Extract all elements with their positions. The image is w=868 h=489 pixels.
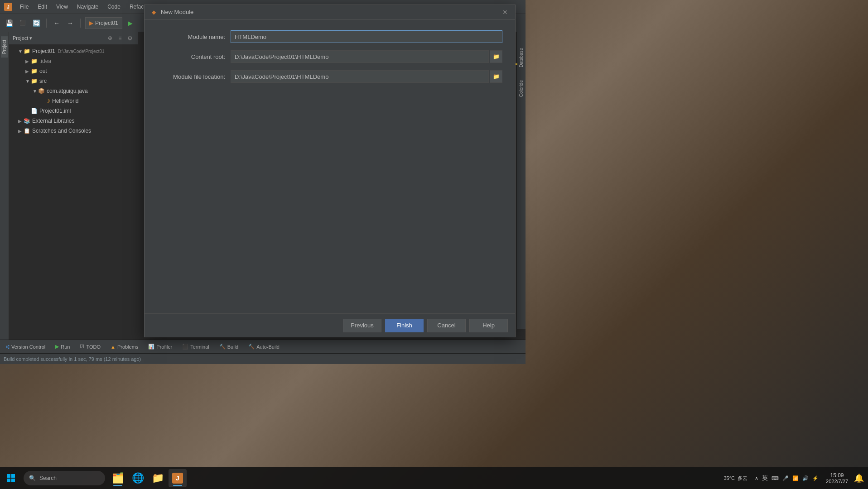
previous-button[interactable]: Previous xyxy=(343,319,381,332)
ime-icon[interactable]: 英 xyxy=(762,474,768,482)
locate-file-button[interactable]: ⊕ xyxy=(106,34,114,42)
taskbar-files[interactable]: 📁 xyxy=(149,469,167,487)
dialog-titlebar: ◆ New Module ✕ xyxy=(145,5,515,19)
search-icon: 🔍 xyxy=(29,475,36,481)
run-config-dropdown[interactable]: ▶ Project01 xyxy=(85,17,122,29)
tree-item-src[interactable]: ▼ 📁 src xyxy=(9,76,138,86)
project-tree: ▼ 📁 Project01 D:\JavaCode\Project01 ▶ 📁 … xyxy=(9,44,138,340)
module-name-label: Module name: xyxy=(157,34,225,40)
tree-item-scratches[interactable]: ▶ 📋 Scratches and Consoles xyxy=(9,126,138,136)
taskbar-explorer[interactable]: 🗂️ xyxy=(109,469,127,487)
svg-rect-4 xyxy=(7,479,10,482)
forward-button[interactable]: → xyxy=(65,18,76,29)
content-root-browse-button[interactable]: 📁 xyxy=(490,50,502,63)
project-panel-header: Project ▾ ⊕ ≡ ⚙ xyxy=(9,32,138,44)
menu-view[interactable]: View xyxy=(53,3,72,11)
bottom-tab-auto-build[interactable]: 🔨 Auto-Build xyxy=(244,341,284,353)
menu-edit[interactable]: Edit xyxy=(34,3,51,11)
taskbar-right: 35°C 多云 ∧ 英 ⌨ 🎤 📶 🔊 ⚡ 15:09 2022/7/27 🔔 xyxy=(720,469,868,487)
left-sidebar-tabs: Project xyxy=(0,32,9,340)
module-file-location-label: Module file location: xyxy=(157,73,225,80)
settings-button[interactable]: ⚙ xyxy=(126,34,134,42)
module-name-input-container xyxy=(231,30,502,43)
collapse-all-button[interactable]: ≡ xyxy=(116,34,124,42)
taskbar-search[interactable]: 🔍 Search xyxy=(24,471,105,485)
volume-icon: 🔊 xyxy=(802,475,809,481)
dialog-footer: Previous Finish Cancel Help xyxy=(145,313,515,337)
tree-item-iml[interactable]: ▶ 📄 Project01.iml xyxy=(9,106,138,116)
clock-time: 15:09 xyxy=(826,472,848,479)
menu-file[interactable]: File xyxy=(16,3,32,11)
notification-button[interactable]: 🔔 xyxy=(854,469,864,487)
project-dropdown[interactable]: Project ▾ xyxy=(13,35,32,41)
taskbar-idea[interactable]: J xyxy=(169,469,187,487)
taskbar-edge[interactable]: 🌐 xyxy=(129,469,147,487)
save-button[interactable]: 💾 xyxy=(4,18,14,29)
taskbar-clock[interactable]: 15:09 2022/7/27 xyxy=(822,471,852,485)
cancel-button[interactable]: Cancel xyxy=(427,319,466,332)
app-active-indicator xyxy=(113,485,122,486)
new-module-dialog: ◆ New Module ✕ Module name: Content root… xyxy=(144,5,516,337)
module-file-location-row: Module file location: D:\JavaCode\Projec… xyxy=(157,70,502,83)
bottom-tab-problems[interactable]: ▲ Problems xyxy=(106,341,143,353)
content-root-row: Content root: D:\JavaCode\Project01\HTML… xyxy=(157,50,502,63)
tree-item-out[interactable]: ▶ 📁 out xyxy=(9,66,138,76)
sync-button[interactable]: 🔄 xyxy=(31,18,42,29)
run-button[interactable]: ▶ xyxy=(125,18,136,29)
keyboard-icon: ⌨ xyxy=(772,475,779,481)
bottom-tab-todo[interactable]: ☑ TODO xyxy=(75,341,105,353)
bottom-tab-run[interactable]: ▶ Run xyxy=(51,341,74,353)
wifi-icon: 📶 xyxy=(792,475,799,481)
svg-text:J: J xyxy=(7,5,10,10)
project-tab[interactable]: Project xyxy=(1,36,8,58)
mic-icon: 🎤 xyxy=(782,475,789,481)
ide-logo: J xyxy=(4,2,13,11)
bottom-tab-profiler[interactable]: 📊 Profiler xyxy=(144,341,177,353)
dialog-icon: ◆ xyxy=(150,9,157,16)
bottom-tab-build[interactable]: 🔨 Build xyxy=(215,341,243,353)
menu-navigate[interactable]: Navigate xyxy=(73,3,102,11)
module-file-location-input-container: D:\JavaCode\Project01\HTMLDemo 📁 xyxy=(231,70,502,83)
right-sidebar: Database Coloride xyxy=(516,32,526,329)
tree-item-project[interactable]: ▼ 📁 Project01 D:\JavaCode\Project01 xyxy=(9,46,138,56)
save-all-button[interactable]: ⬛ xyxy=(17,18,28,29)
weather-temp: 35°C xyxy=(723,475,735,481)
clock-date: 2022/7/27 xyxy=(826,479,848,484)
dialog-title: New Module xyxy=(161,9,501,15)
tree-item-package[interactable]: ▼ 📦 com.atguigu.java xyxy=(9,86,138,96)
module-file-location-value: D:\JavaCode\Project01\HTMLDemo xyxy=(231,70,489,83)
tree-item-helloworld[interactable]: ▶ ☽ HelloWorld xyxy=(9,96,138,106)
help-button[interactable]: Help xyxy=(469,319,508,332)
tree-item-ext-libs[interactable]: ▶ 📚 External Libraries xyxy=(9,116,138,126)
finish-button[interactable]: Finish xyxy=(385,319,424,332)
tree-item-idea[interactable]: ▶ 📁 .idea xyxy=(9,56,138,66)
ide-statusbar: Build completed successfully in 1 sec, 7… xyxy=(0,353,526,364)
menu-code[interactable]: Code xyxy=(104,3,124,11)
dialog-close-button[interactable]: ✕ xyxy=(501,8,510,17)
separator xyxy=(46,19,47,28)
ide-bottom-tabs: ⑆ Version Control ▶ Run ☑ TODO ▲ Problem… xyxy=(0,340,526,353)
dialog-body: Module name: Content root: D:\JavaCode\P… xyxy=(145,19,515,313)
content-root-input-container: D:\JavaCode\Project01\HTMLDemo 📁 xyxy=(231,50,502,63)
project-panel: Project ▾ ⊕ ≡ ⚙ ▼ 📁 Project01 D:\JavaCod… xyxy=(9,32,138,340)
content-root-value: D:\JavaCode\Project01\HTMLDemo xyxy=(231,50,489,63)
svg-rect-2 xyxy=(7,474,10,478)
weather-condition: 多云 xyxy=(738,475,747,482)
module-name-input[interactable] xyxy=(231,30,502,43)
taskbar: 🔍 Search 🗂️ 🌐 📁 J 35°C 多云 ∧ xyxy=(0,467,868,489)
svg-rect-3 xyxy=(11,474,15,478)
status-message: Build completed successfully in 1 sec, 7… xyxy=(4,356,141,362)
start-button[interactable] xyxy=(0,467,22,489)
module-name-row: Module name: xyxy=(157,30,502,43)
separator2 xyxy=(80,19,81,28)
content-root-label: Content root: xyxy=(157,53,225,60)
bottom-tab-terminal[interactable]: ⬛ Terminal xyxy=(178,341,214,353)
module-file-location-browse-button[interactable]: 📁 xyxy=(490,70,502,83)
expand-tray-icon[interactable]: ∧ xyxy=(755,475,758,481)
sys-tray: 35°C 多云 xyxy=(720,475,751,482)
database-tab[interactable]: Database xyxy=(518,45,525,70)
idea-active-indicator xyxy=(173,485,182,486)
color-ide-tab[interactable]: Coloride xyxy=(518,77,525,100)
back-button[interactable]: ← xyxy=(51,18,62,29)
bottom-tab-version-control[interactable]: ⑆ Version Control xyxy=(2,341,50,353)
